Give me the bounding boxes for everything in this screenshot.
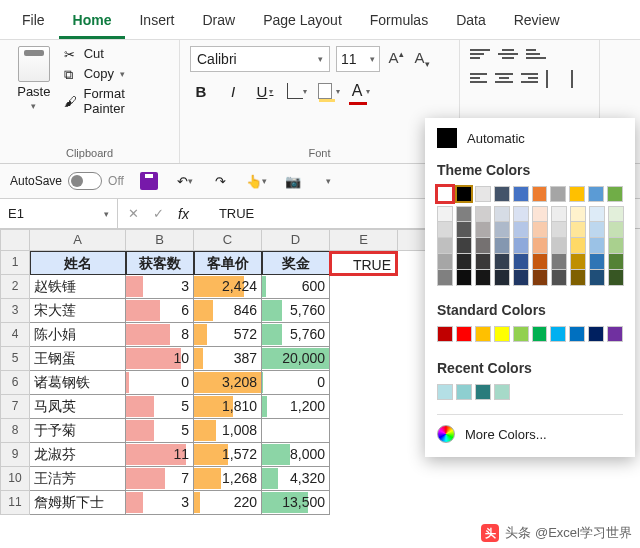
color-swatch[interactable] [589,206,605,222]
cell[interactable]: 客单价 [194,251,262,275]
cell[interactable]: 4,320 [262,467,330,491]
cell[interactable]: 8 [126,323,194,347]
color-swatch[interactable] [532,222,548,238]
tab-draw[interactable]: Draw [188,6,249,39]
color-swatch[interactable] [494,326,510,342]
row-header[interactable]: 3 [0,299,30,323]
cell[interactable]: 1,200 [262,395,330,419]
cell[interactable]: 3 [126,491,194,515]
color-swatch[interactable] [494,186,510,202]
col-header-a[interactable]: A [30,229,126,251]
cell[interactable]: 0 [126,371,194,395]
chevron-down-icon[interactable]: ▾ [31,101,36,111]
color-swatch[interactable] [494,206,510,222]
cell[interactable]: 马凤英 [30,395,126,419]
color-swatch[interactable] [456,222,472,238]
border-button[interactable]: ▾ [286,80,308,102]
color-swatch[interactable] [551,206,567,222]
cell[interactable]: 6 [126,299,194,323]
fill-color-button[interactable]: ▾ [318,80,340,102]
color-swatch[interactable] [608,270,624,286]
color-swatch[interactable] [532,326,548,342]
cell[interactable]: 获客数 [126,251,194,275]
color-swatch[interactable] [513,186,529,202]
color-swatch[interactable] [550,326,566,342]
decrease-indent-button[interactable] [546,70,564,88]
row-header[interactable]: 2 [0,275,30,299]
color-swatch[interactable] [551,222,567,238]
tab-file[interactable]: File [8,6,59,39]
color-swatch[interactable] [513,222,529,238]
cell[interactable]: 1,810 [194,395,262,419]
color-swatch[interactable] [608,254,624,270]
row-header[interactable]: 1 [0,251,30,275]
cell[interactable]: 于予菊 [30,419,126,443]
cell[interactable]: 宋大莲 [30,299,126,323]
color-swatch[interactable] [589,254,605,270]
decrease-font-button[interactable]: A▾ [412,49,432,69]
enter-formula-button[interactable]: ✓ [153,206,164,221]
color-swatch[interactable] [551,254,567,270]
cell[interactable]: 0 [262,371,330,395]
tab-insert[interactable]: Insert [125,6,188,39]
color-swatch[interactable] [607,186,623,202]
cell[interactable]: 5 [126,395,194,419]
more-colors-button[interactable]: More Colors... [437,414,623,443]
color-swatch[interactable] [494,254,510,270]
increase-indent-button[interactable] [571,70,589,88]
color-swatch[interactable] [437,206,453,222]
active-cell-e1[interactable]: TRUE [329,251,398,276]
cell[interactable]: 龙淑芬 [30,443,126,467]
formula-bar[interactable]: TRUE [199,206,254,221]
row-header[interactable]: 11 [0,491,30,515]
align-center-button[interactable] [495,70,512,86]
col-header-c[interactable]: C [194,229,262,251]
row-header[interactable]: 7 [0,395,30,419]
save-button[interactable] [138,170,160,192]
color-swatch[interactable] [513,270,529,286]
tab-data[interactable]: Data [442,6,500,39]
color-swatch[interactable] [513,326,529,342]
cell[interactable]: 姓名 [30,251,126,275]
color-swatch[interactable] [437,254,453,270]
cell[interactable]: 600 [262,275,330,299]
color-swatch[interactable] [588,186,604,202]
cell[interactable]: 220 [194,491,262,515]
tab-formulas[interactable]: Formulas [356,6,442,39]
color-swatch[interactable] [475,384,491,400]
cell[interactable]: 5,760 [262,323,330,347]
color-swatch[interactable] [513,206,529,222]
color-swatch[interactable] [608,206,624,222]
align-right-button[interactable] [521,70,538,86]
color-swatch[interactable] [475,270,491,286]
cell[interactable]: 11 [126,443,194,467]
cell[interactable]: 1,008 [194,419,262,443]
color-swatch[interactable] [589,222,605,238]
align-top-button[interactable] [470,46,490,62]
color-swatch[interactable] [494,270,510,286]
cell[interactable]: 7 [126,467,194,491]
cell[interactable]: 2,424 [194,275,262,299]
color-swatch[interactable] [475,326,491,342]
cell[interactable]: 王钢蛋 [30,347,126,371]
cell[interactable]: 陈小娟 [30,323,126,347]
color-swatch[interactable] [437,222,453,238]
color-swatch[interactable] [570,270,586,286]
color-swatch[interactable] [494,238,510,254]
color-swatch[interactable] [456,238,472,254]
cell[interactable]: 王洁芳 [30,467,126,491]
color-swatch[interactable] [570,206,586,222]
color-swatch[interactable] [475,254,491,270]
color-swatch[interactable] [551,270,567,286]
align-bottom-button[interactable] [526,46,546,62]
align-left-button[interactable] [470,70,487,86]
color-swatch[interactable] [570,238,586,254]
cancel-formula-button[interactable]: ✕ [128,206,139,221]
color-swatch[interactable] [570,222,586,238]
underline-button[interactable]: U▾ [254,80,276,102]
increase-font-button[interactable]: A▴ [386,49,406,69]
paste-button[interactable]: Paste ▾ [10,46,58,116]
autosave-toggle[interactable]: AutoSave Off [10,172,124,190]
qat-customize-button[interactable]: ▾ [318,170,340,192]
row-header[interactable]: 8 [0,419,30,443]
